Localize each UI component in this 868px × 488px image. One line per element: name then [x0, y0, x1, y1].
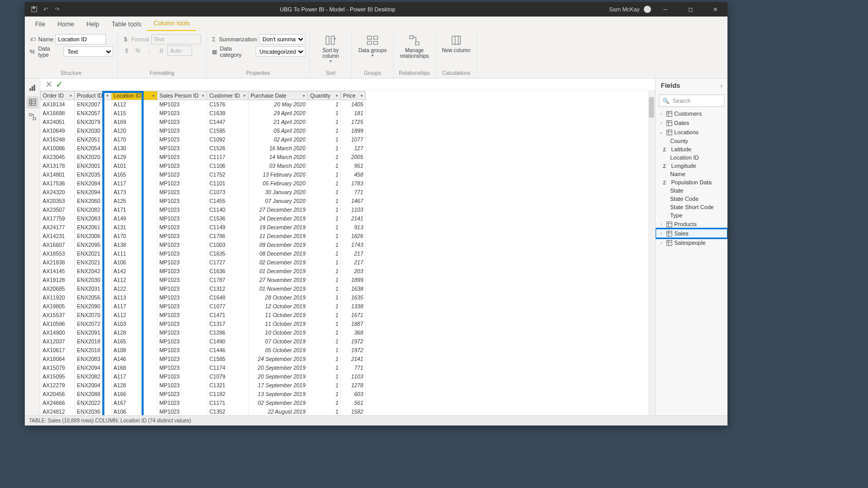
table-cell[interactable]: 1 — [308, 118, 341, 127]
table-cell[interactable]: 1635 — [341, 293, 366, 302]
table-cell[interactable]: 24 September 2019 — [248, 355, 307, 364]
table-row[interactable]: AX19128ENX2030A112MP1023C178727 November… — [41, 276, 366, 285]
table-cell[interactable]: ENX2036 — [75, 407, 112, 416]
table-cell[interactable]: 368 — [341, 328, 366, 337]
new-column-button[interactable]: New column — [440, 33, 473, 53]
table-cell[interactable]: C1117 — [207, 153, 249, 162]
table-cell[interactable]: C1286 — [207, 328, 249, 337]
table-cell[interactable]: 1671 — [341, 311, 366, 320]
fields-column[interactable]: Location ID — [656, 153, 727, 162]
table-cell[interactable]: C1576 — [207, 100, 249, 109]
table-cell[interactable]: C1648 — [207, 293, 249, 302]
table-cell[interactable]: ENX2031 — [75, 285, 112, 293]
table-cell[interactable]: ENX2083 — [75, 214, 112, 223]
table-cell[interactable]: A168 — [111, 364, 157, 372]
table-cell[interactable]: ENX2095 — [75, 241, 112, 249]
table-cell[interactable]: ENX2030 — [75, 127, 112, 135]
table-cell[interactable]: C1786 — [207, 232, 249, 241]
table-cell[interactable]: MP1023 — [157, 258, 207, 267]
table-cell[interactable]: MP1023 — [157, 285, 207, 293]
table-cell[interactable]: A120 — [111, 127, 157, 135]
table-row[interactable]: AX20456ENX2088A166MP1023C118213 Septembe… — [41, 390, 366, 399]
table-cell[interactable]: ENX2007 — [75, 100, 112, 109]
avatar[interactable] — [644, 6, 651, 13]
table-cell[interactable]: MP1023 — [157, 153, 207, 162]
fields-table-locations[interactable]: ⌄Locations — [656, 128, 727, 137]
table-cell[interactable]: C1182 — [207, 390, 249, 399]
fields-column[interactable]: ΣPopulation Data — [656, 178, 727, 186]
table-cell[interactable]: 1 — [308, 381, 341, 390]
table-cell[interactable]: ENX2070 — [75, 311, 112, 320]
fields-table-products[interactable]: ›Products — [656, 219, 727, 229]
table-cell[interactable]: C1536 — [207, 214, 249, 223]
cancel-formula-button[interactable]: ✕ — [43, 80, 54, 90]
table-cell[interactable]: 1 — [308, 311, 341, 320]
filter-dropdown-icon[interactable]: ▾ — [242, 93, 247, 98]
table-cell[interactable]: AX24051 — [41, 118, 75, 127]
column-header[interactable]: Location ID▾ — [111, 91, 157, 100]
table-cell[interactable]: AX15537 — [41, 311, 75, 320]
table-cell[interactable]: ENX2094 — [75, 188, 112, 197]
table-cell[interactable]: 28 October 2019 — [248, 293, 307, 302]
table-cell[interactable]: A149 — [111, 214, 157, 223]
table-cell[interactable]: AX23045 — [41, 153, 75, 162]
table-cell[interactable]: 217 — [341, 249, 366, 258]
user-name[interactable]: Sam McKay — [609, 6, 640, 12]
table-cell[interactable]: AX20353 — [41, 197, 75, 206]
table-cell[interactable]: AX12037 — [41, 337, 75, 346]
table-cell[interactable]: ENX2035 — [75, 170, 112, 179]
table-cell[interactable]: AX17759 — [41, 214, 75, 223]
table-cell[interactable]: A128 — [111, 328, 157, 337]
table-cell[interactable]: ENX2042 — [75, 267, 112, 276]
table-cell[interactable]: A169 — [111, 118, 157, 127]
filter-dropdown-icon[interactable]: ▾ — [68, 93, 73, 98]
table-cell[interactable]: MP1023 — [157, 109, 207, 118]
table-row[interactable]: AX21838ENX2021A106MP1023C172702 December… — [41, 258, 366, 267]
table-cell[interactable]: 1725 — [341, 118, 366, 127]
comma-button[interactable]: , — [145, 46, 154, 55]
table-cell[interactable]: 19 December 2019 — [248, 223, 307, 232]
table-cell[interactable]: ENX2021 — [75, 249, 112, 258]
table-cell[interactable]: A111 — [111, 249, 157, 258]
table-cell[interactable]: MP1023 — [157, 100, 207, 109]
table-cell[interactable]: 181 — [341, 109, 366, 118]
table-cell[interactable]: C1636 — [207, 267, 249, 276]
table-cell[interactable]: 05 October 2019 — [248, 346, 307, 355]
table-cell[interactable]: A117 — [111, 372, 157, 381]
table-cell[interactable]: 1 — [308, 223, 341, 232]
fields-table-customers[interactable]: ›Customers — [656, 109, 727, 118]
table-row[interactable]: AX18553ENX2021A111MP1023C163508 December… — [41, 249, 366, 258]
table-cell[interactable]: ENX2057 — [75, 109, 112, 118]
table-cell[interactable]: A112 — [111, 311, 157, 320]
table-cell[interactable]: MP1023 — [157, 355, 207, 364]
fields-column[interactable]: State Short Code — [656, 203, 727, 211]
column-header[interactable]: Purchase Date▾ — [248, 91, 307, 100]
table-row[interactable]: AX15079ENX2094A168MP1023C117420 Septembe… — [41, 364, 366, 372]
table-row[interactable]: AX18064ENX2083A146MP1023C158524 Septembe… — [41, 355, 366, 364]
table-cell[interactable]: C1312 — [207, 285, 249, 293]
column-header[interactable]: Product ID▾ — [75, 91, 112, 100]
filter-dropdown-icon[interactable]: ▾ — [200, 93, 206, 98]
table-cell[interactable]: C1174 — [207, 364, 249, 372]
expand-icon[interactable]: › — [720, 83, 722, 89]
scrollbar-thumb[interactable] — [649, 97, 654, 118]
tab-home[interactable]: Home — [51, 18, 80, 31]
table-cell[interactable]: 603 — [341, 390, 366, 399]
table-cell[interactable]: C1140 — [207, 206, 249, 214]
table-cell[interactable]: A113 — [111, 293, 157, 302]
maximize-button[interactable]: ◻ — [680, 2, 701, 17]
datatype-select[interactable]: Text — [64, 46, 113, 57]
table-cell[interactable]: AX19805 — [41, 302, 75, 311]
table-cell[interactable]: MP1023 — [157, 364, 207, 372]
table-cell[interactable]: 14 March 2020 — [248, 153, 307, 162]
table-cell[interactable]: MP1023 — [157, 197, 207, 206]
table-cell[interactable]: AX24320 — [41, 188, 75, 197]
save-icon[interactable] — [30, 5, 38, 13]
table-cell[interactable]: 05 February 2020 — [248, 179, 307, 188]
table-row[interactable]: AX13178ENX2001A101MP1023C110603 March 20… — [41, 162, 366, 170]
table-cell[interactable]: 2005 — [341, 153, 366, 162]
column-header[interactable]: Sales Person ID▾ — [157, 91, 207, 100]
table-cell[interactable]: A117 — [111, 302, 157, 311]
table-cell[interactable]: ENX2018 — [75, 337, 112, 346]
table-cell[interactable]: 1 — [308, 276, 341, 285]
